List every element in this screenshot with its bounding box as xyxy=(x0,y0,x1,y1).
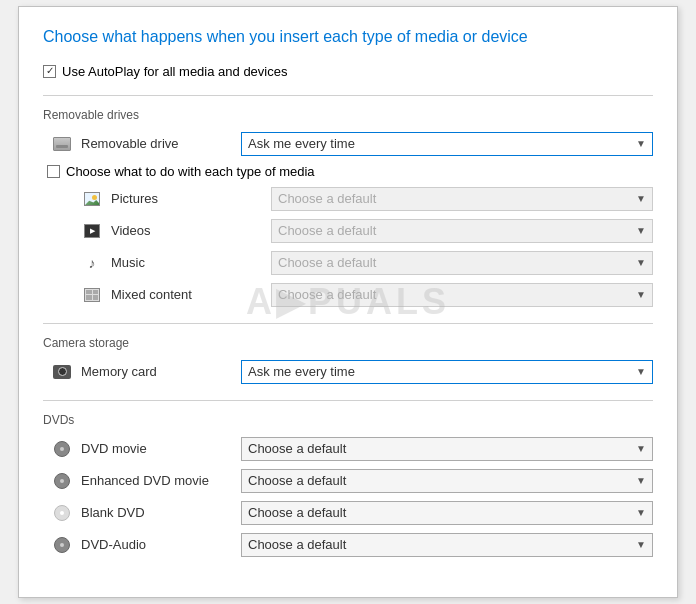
music-row: ♪ Music Choose a default ▼ xyxy=(73,251,653,275)
blank-dvd-value: Choose a default xyxy=(248,505,346,520)
videos-dropdown[interactable]: Choose a default ▼ xyxy=(271,219,653,243)
videos-value: Choose a default xyxy=(278,223,376,238)
autoplay-label: Use AutoPlay for all media and devices xyxy=(62,64,287,79)
page-title: Choose what happens when you insert each… xyxy=(43,27,653,48)
removable-drives-section: Removable drives Removable drive Ask me … xyxy=(43,108,653,307)
camera-storage-section: Camera storage Memory card Ask me every … xyxy=(43,336,653,384)
divider-removable xyxy=(43,95,653,96)
mixed-content-row: Mixed content Choose a default ▼ xyxy=(73,283,653,307)
removable-drives-label: Removable drives xyxy=(43,108,653,122)
mixed-content-dropdown[interactable]: Choose a default ▼ xyxy=(271,283,653,307)
dvd-movie-value: Choose a default xyxy=(248,441,346,456)
mixed-content-value: Choose a default xyxy=(278,287,376,302)
enhanced-dvd-value: Choose a default xyxy=(248,473,346,488)
blank-dvd-icon xyxy=(51,502,73,524)
dvds-section: DVDs DVD movie Choose a default ▼ Enhanc… xyxy=(43,413,653,557)
music-label: Music xyxy=(111,255,271,270)
memory-card-icon xyxy=(51,361,73,383)
dvd-movie-icon xyxy=(51,438,73,460)
divider-camera xyxy=(43,323,653,324)
pictures-icon xyxy=(81,188,103,210)
media-type-checkbox[interactable] xyxy=(47,165,60,178)
videos-arrow: ▼ xyxy=(636,225,646,236)
pictures-row: Pictures Choose a default ▼ xyxy=(73,187,653,211)
dvd-movie-row: DVD movie Choose a default ▼ xyxy=(43,437,653,461)
memory-card-label: Memory card xyxy=(81,364,241,379)
pictures-dropdown[interactable]: Choose a default ▼ xyxy=(271,187,653,211)
music-value: Choose a default xyxy=(278,255,376,270)
memory-card-row: Memory card Ask me every time ▼ xyxy=(43,360,653,384)
blank-dvd-row: Blank DVD Choose a default ▼ xyxy=(43,501,653,525)
pictures-label: Pictures xyxy=(111,191,271,206)
settings-window: A▶PUALS Choose what happens when you ins… xyxy=(18,6,678,598)
enhanced-dvd-icon xyxy=(51,470,73,492)
divider-dvds xyxy=(43,400,653,401)
pictures-arrow: ▼ xyxy=(636,193,646,204)
dvd-movie-dropdown[interactable]: Choose a default ▼ xyxy=(241,437,653,461)
removable-drive-label: Removable drive xyxy=(81,136,241,151)
mixed-content-icon xyxy=(81,284,103,306)
media-type-label: Choose what to do with each type of medi… xyxy=(66,164,315,179)
removable-drive-arrow: ▼ xyxy=(636,138,646,149)
dvd-audio-row: DVD-Audio Choose a default ▼ xyxy=(43,533,653,557)
dvd-audio-label: DVD-Audio xyxy=(81,537,241,552)
enhanced-dvd-label: Enhanced DVD movie xyxy=(81,473,241,488)
removable-drive-row: Removable drive Ask me every time ▼ xyxy=(43,132,653,156)
music-arrow: ▼ xyxy=(636,257,646,268)
music-dropdown[interactable]: Choose a default ▼ xyxy=(271,251,653,275)
memory-card-arrow: ▼ xyxy=(636,366,646,377)
dvd-movie-label: DVD movie xyxy=(81,441,241,456)
media-sub-items: Pictures Choose a default ▼ Videos Choos… xyxy=(43,187,653,307)
enhanced-dvd-dropdown[interactable]: Choose a default ▼ xyxy=(241,469,653,493)
dvd-audio-icon xyxy=(51,534,73,556)
music-icon: ♪ xyxy=(81,252,103,274)
pictures-value: Choose a default xyxy=(278,191,376,206)
dvds-label: DVDs xyxy=(43,413,653,427)
enhanced-dvd-arrow: ▼ xyxy=(636,475,646,486)
videos-label: Videos xyxy=(111,223,271,238)
videos-row: Videos Choose a default ▼ xyxy=(73,219,653,243)
mixed-content-arrow: ▼ xyxy=(636,289,646,300)
media-type-checkbox-row[interactable]: Choose what to do with each type of medi… xyxy=(43,164,653,179)
dvd-movie-arrow: ▼ xyxy=(636,443,646,454)
autoplay-row[interactable]: Use AutoPlay for all media and devices xyxy=(43,64,653,79)
dvd-audio-dropdown[interactable]: Choose a default ▼ xyxy=(241,533,653,557)
blank-dvd-arrow: ▼ xyxy=(636,507,646,518)
enhanced-dvd-row: Enhanced DVD movie Choose a default ▼ xyxy=(43,469,653,493)
dvd-audio-value: Choose a default xyxy=(248,537,346,552)
videos-icon xyxy=(81,220,103,242)
removable-drive-dropdown[interactable]: Ask me every time ▼ xyxy=(241,132,653,156)
camera-storage-label: Camera storage xyxy=(43,336,653,350)
mixed-content-label: Mixed content xyxy=(111,287,271,302)
memory-card-value: Ask me every time xyxy=(248,364,355,379)
autoplay-checkbox[interactable] xyxy=(43,65,56,78)
memory-card-dropdown[interactable]: Ask me every time ▼ xyxy=(241,360,653,384)
blank-dvd-dropdown[interactable]: Choose a default ▼ xyxy=(241,501,653,525)
removable-drive-value: Ask me every time xyxy=(248,136,355,151)
blank-dvd-label: Blank DVD xyxy=(81,505,241,520)
removable-drive-icon xyxy=(51,133,73,155)
dvd-audio-arrow: ▼ xyxy=(636,539,646,550)
